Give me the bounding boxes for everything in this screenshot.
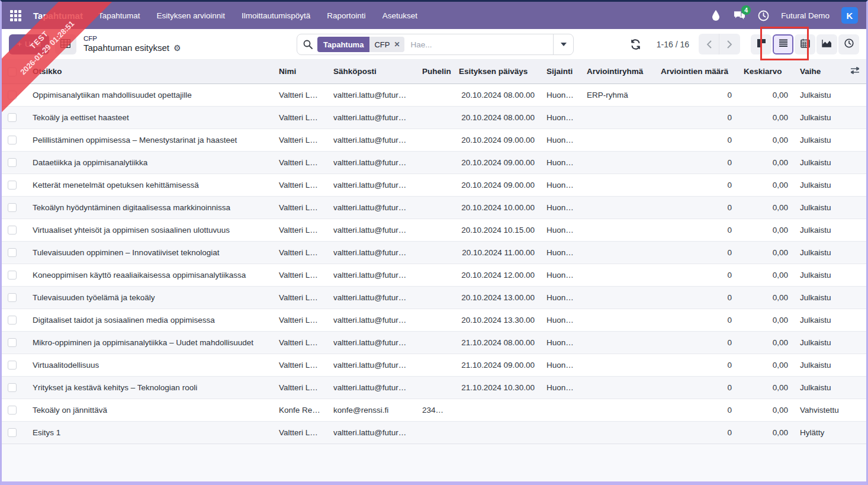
cell-date[interactable]: 20.10.2024 11.00.00 <box>453 241 541 264</box>
cell-review-group[interactable] <box>581 376 655 399</box>
row-checkbox[interactable] <box>8 338 17 347</box>
search-bar[interactable]: Tapahtuma CFP ✕ Hae... <box>297 34 574 55</box>
table-row[interactable]: Esitys 1 Valtteri Lattu valtteri.lattu@f… <box>2 421 866 444</box>
cell-location[interactable]: Huone 2 <box>541 376 581 399</box>
cell-location[interactable]: Huone 2 <box>541 331 581 354</box>
cell-title[interactable]: Ketterät menetelmät opetuksen kehittämis… <box>27 174 273 196</box>
optional-columns-icon[interactable] <box>851 67 859 74</box>
cell-review-group[interactable] <box>581 264 655 286</box>
graph-view-button[interactable] <box>816 34 837 54</box>
cell-review-group[interactable] <box>581 399 655 421</box>
cell-review-group[interactable] <box>581 331 655 354</box>
cell-review-group[interactable] <box>581 219 655 241</box>
cell-stage[interactable]: Julkaistu <box>794 106 845 129</box>
cell-name[interactable]: Valtteri Lattu <box>273 264 327 286</box>
cell-stage[interactable]: Julkaistu <box>794 174 845 196</box>
table-row[interactable]: Virtuaalitodellisuus Valtteri Lattu valt… <box>2 354 866 376</box>
cell-average[interactable]: 0,00 <box>738 264 794 286</box>
cell-location[interactable]: Huone 2 <box>541 106 581 129</box>
cell-location[interactable]: Huone 3 <box>541 219 581 241</box>
row-checkbox[interactable] <box>8 383 17 392</box>
cell-average[interactable]: 0,00 <box>738 174 794 196</box>
cell-stage[interactable]: Julkaistu <box>794 196 845 219</box>
header-keskiarvo[interactable]: Keskiarvo <box>738 60 794 83</box>
cell-email[interactable]: valtteri.lattu@futural.fi <box>327 219 416 241</box>
cell-title[interactable]: Oppimisanalytiikan mahdollisuudet opetta… <box>27 83 273 106</box>
cell-stage[interactable]: Julkaistu <box>794 309 845 331</box>
cell-email[interactable]: konfe@renssi.fi <box>327 399 416 421</box>
pager-previous-button[interactable] <box>699 34 719 54</box>
cell-date[interactable]: 20.10.2024 13.30.00 <box>453 309 541 331</box>
cell-review-group[interactable] <box>581 241 655 264</box>
cell-email[interactable]: valtteri.lattu@futural.fi <box>327 354 416 376</box>
cell-stage[interactable]: Julkaistu <box>794 354 845 376</box>
cell-phone[interactable] <box>416 174 453 196</box>
cell-review-group[interactable] <box>581 174 655 196</box>
cell-stage[interactable]: Vahvistettu <box>794 399 845 421</box>
search-dropdown-toggle[interactable] <box>553 34 573 54</box>
row-checkbox[interactable] <box>8 406 17 415</box>
cell-average[interactable]: 0,00 <box>738 354 794 376</box>
cell-review-count[interactable]: 0 <box>655 309 738 331</box>
refresh-button[interactable] <box>630 39 641 50</box>
header-sijainti[interactable]: Sijainti <box>541 60 581 83</box>
cell-phone[interactable] <box>416 354 453 376</box>
cell-name[interactable]: Valtteri Lattu <box>273 196 327 219</box>
cell-review-count[interactable]: 0 <box>655 151 738 174</box>
cell-location[interactable]: Huone 3 <box>541 174 581 196</box>
cell-date[interactable]: 21.10.2024 09.00.00 <box>453 354 541 376</box>
table-row[interactable]: Pelillistäminen oppimisessa – Menestysta… <box>2 129 866 151</box>
row-checkbox[interactable] <box>8 428 17 437</box>
cell-location[interactable]: Huone 2 <box>541 151 581 174</box>
cell-review-group[interactable] <box>581 129 655 151</box>
cell-phone[interactable] <box>416 129 453 151</box>
cell-name[interactable]: Valtteri Lattu <box>273 174 327 196</box>
cell-review-group[interactable] <box>581 421 655 444</box>
cell-name[interactable]: Valtteri Lattu <box>273 106 327 129</box>
cell-email[interactable]: valtteri.lattu@futural.fi <box>327 241 416 264</box>
table-row[interactable]: Dataetiikka ja oppimisanalytiikka Valtte… <box>2 151 866 174</box>
cell-email[interactable]: valtteri.lattu@futural.fi <box>327 309 416 331</box>
table-row[interactable]: Mikro-oppiminen ja oppimisanalytiikka – … <box>2 331 866 354</box>
kanban-view-button[interactable] <box>751 34 771 54</box>
activity-view-button[interactable] <box>838 34 859 54</box>
table-row[interactable]: Tulevaisuuden oppiminen – Innovatiiviset… <box>2 241 866 264</box>
cell-title[interactable]: Tulevaisuuden työelämä ja tekoäly <box>27 286 273 309</box>
cell-review-count[interactable]: 0 <box>655 241 738 264</box>
cell-average[interactable]: 0,00 <box>738 196 794 219</box>
cell-location[interactable] <box>541 399 581 421</box>
cell-stage[interactable]: Julkaistu <box>794 83 845 106</box>
cell-name[interactable]: Valtteri Lattu <box>273 376 327 399</box>
table-row[interactable]: Virtuaaliset yhteisöt ja oppimisen sosia… <box>2 219 866 241</box>
cell-title[interactable]: Tekoäly on jännittävä <box>27 399 273 421</box>
cell-email[interactable]: valtteri.lattu@futural.fi <box>327 106 416 129</box>
apps-menu-icon[interactable] <box>10 10 21 21</box>
cell-average[interactable]: 0,00 <box>738 376 794 399</box>
table-row[interactable]: Tulevaisuuden työelämä ja tekoäly Valtte… <box>2 286 866 309</box>
cell-date[interactable] <box>453 399 541 421</box>
header-otsikko[interactable]: Otsikko <box>27 60 273 83</box>
cell-email[interactable]: valtteri.lattu@futural.fi <box>327 196 416 219</box>
table-row[interactable]: Koneoppimisen käyttö reaaliaikaisessa op… <box>2 264 866 286</box>
cell-review-group[interactable] <box>581 286 655 309</box>
gear-icon[interactable]: ⚙ <box>173 43 181 53</box>
cell-title[interactable]: Virtuaalitodellisuus <box>27 354 273 376</box>
cell-name[interactable]: Valtteri Lattu <box>273 421 327 444</box>
menu-tapahtumat[interactable]: Tapahtumat <box>98 11 140 20</box>
cell-email[interactable]: valtteri.lattu@futural.fi <box>327 174 416 196</box>
cell-stage[interactable]: Julkaistu <box>794 331 845 354</box>
cell-phone[interactable] <box>416 196 453 219</box>
header-nimi[interactable]: Nimi <box>273 60 327 83</box>
row-checkbox[interactable] <box>8 361 17 370</box>
cell-title[interactable]: Tekoälyn hyödyntäminen digitaalisessa ma… <box>27 196 273 219</box>
cell-email[interactable]: valtteri.lattu@futural.fi <box>327 151 416 174</box>
app-brand[interactable]: Tapahtumat <box>33 11 83 21</box>
cell-location[interactable]: Huone 2 <box>541 354 581 376</box>
cell-phone[interactable] <box>416 264 453 286</box>
header-esityksen-paivays[interactable]: Esityksen päiväys <box>453 60 541 83</box>
cell-name[interactable]: Valtteri Lattu <box>273 354 327 376</box>
menu-asetukset[interactable]: Asetukset <box>382 11 417 20</box>
activity-clock-icon[interactable] <box>757 9 769 21</box>
table-row[interactable]: Oppimisanalytiikan mahdollisuudet opetta… <box>2 83 866 106</box>
table-row[interactable]: Tekoälyn hyödyntäminen digitaalisessa ma… <box>2 196 866 219</box>
